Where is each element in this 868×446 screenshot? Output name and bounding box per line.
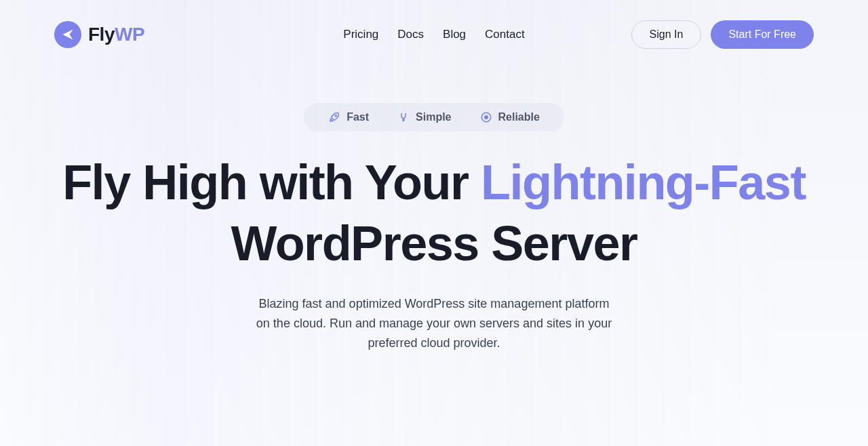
snap-icon xyxy=(397,111,410,123)
headline-pre: Fly High with Your xyxy=(62,155,481,209)
brand-logo[interactable]: FlyWP xyxy=(54,21,144,48)
primary-nav: Pricing Docs Blog Contact xyxy=(343,28,524,41)
hero-subhead: Blazing fast and optimized WordPress sit… xyxy=(251,294,617,352)
hero-headline: Fly High with Your Lightning-Fast WordPr… xyxy=(54,152,814,274)
nav-link-contact[interactable]: Contact xyxy=(485,28,525,41)
headline-highlight: Lightning-Fast xyxy=(481,155,806,209)
hero-section: Fast Simple Reliable xyxy=(54,69,814,352)
pill-label: Simple xyxy=(416,111,451,123)
brand-wordmark: FlyWP xyxy=(88,24,144,45)
circle-dot-icon xyxy=(480,111,492,123)
header-actions: Sign In Start For Free xyxy=(631,20,814,49)
signin-button[interactable]: Sign In xyxy=(631,20,702,49)
nav-link-docs[interactable]: Docs xyxy=(397,28,424,41)
logo-mark-icon xyxy=(54,21,81,48)
brand-part1: Fly xyxy=(88,24,115,45)
nav-link-blog[interactable]: Blog xyxy=(443,28,466,41)
feature-pills: Fast Simple Reliable xyxy=(304,103,564,131)
brand-part2: WP xyxy=(115,24,144,45)
nav-link-pricing[interactable]: Pricing xyxy=(343,28,378,41)
pill-simple: Simple xyxy=(397,111,451,123)
start-free-button[interactable]: Start For Free xyxy=(711,20,814,49)
pill-fast: Fast xyxy=(328,111,369,123)
pill-label: Reliable xyxy=(498,111,540,123)
site-header: FlyWP Pricing Docs Blog Contact Sign In … xyxy=(54,0,814,69)
svg-point-0 xyxy=(335,115,336,117)
svg-point-2 xyxy=(484,116,488,119)
pill-reliable: Reliable xyxy=(480,111,540,123)
pill-label: Fast xyxy=(347,111,369,123)
headline-post: WordPress Server xyxy=(231,216,637,270)
rocket-icon xyxy=(328,111,340,123)
